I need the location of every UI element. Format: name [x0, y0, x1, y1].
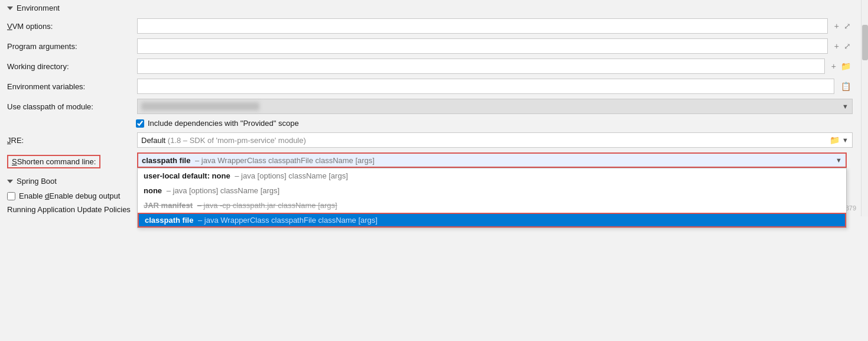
shorten-dropdown-arrow: ▼: [836, 157, 842, 164]
dropdown-item-classpath-file[interactable]: classpath file – java WrapperClass class…: [138, 213, 846, 228]
shorten-command-row: SShorten command line: classpath file – …: [0, 150, 860, 171]
program-args-label: Program arguments:: [7, 42, 137, 51]
jre-input-area: Default (1.8 – SDK of 'mom-pm-service' m…: [137, 132, 853, 148]
vm-options-expand-icon[interactable]: ⤢: [842, 20, 853, 32]
dropdown-item-user-local[interactable]: user-local default: none – java [options…: [138, 168, 846, 183]
shorten-selected-bold: classpath file: [142, 156, 190, 165]
program-args-input[interactable]: [137, 38, 828, 54]
working-dir-input-area: + 📁: [137, 59, 853, 74]
env-vars-input-area: 📋: [137, 79, 853, 94]
environment-collapse-icon[interactable]: [7, 7, 13, 10]
jre-value: Default (1.8 – SDK of 'mom-pm-service' m…: [141, 136, 306, 145]
classpath-module-row: Use classpath of module: ▼: [0, 96, 860, 116]
include-deps-label[interactable]: Include dependencies with "Provided" sco…: [148, 119, 299, 128]
module-blurred-value: [141, 102, 259, 111]
shorten-label-box: SShorten command line:: [7, 155, 100, 168]
dropdown-item-none[interactable]: none – java [options] className [args]: [138, 183, 846, 198]
classpath-module-dropdown-area: ▼: [137, 99, 853, 114]
program-args-expand-icon[interactable]: ⤢: [842, 40, 853, 52]
shorten-dropdown-container: classpath file – java WrapperClass class…: [137, 152, 847, 168]
scrollbar[interactable]: [861, 0, 868, 216]
environment-label: Environment: [17, 4, 60, 12]
shorten-selected-hint: – java WrapperClass classpathFile classN…: [195, 156, 375, 165]
environment-section-header: Environment: [0, 0, 860, 16]
vm-options-add-icon[interactable]: +: [833, 20, 841, 32]
jre-label: JRE:: [7, 136, 137, 145]
jre-dropdown-arrow: ▼: [842, 137, 849, 144]
classpath-module-label: Use classpath of module:: [7, 102, 137, 111]
working-dir-input[interactable]: [137, 59, 825, 74]
shorten-label-col: SShorten command line:: [7, 152, 137, 168]
classpath-module-dropdown-arrow: ▼: [842, 103, 849, 110]
vm-options-label: VVM options:: [7, 22, 137, 31]
working-dir-add-icon[interactable]: +: [830, 60, 838, 72]
include-deps-row: Include dependencies with "Provided" sco…: [0, 116, 860, 130]
classpath-module-dropdown[interactable]: ▼: [137, 99, 853, 114]
shorten-dropdown-popup: user-local default: none – java [options…: [137, 168, 847, 228]
spring-boot-label: Spring Boot: [17, 177, 57, 186]
program-args-add-icon[interactable]: +: [833, 40, 841, 52]
spring-boot-collapse-icon[interactable]: [7, 180, 13, 183]
env-vars-label: Environment variables:: [7, 82, 137, 91]
jre-browse-icon[interactable]: 📁: [830, 135, 840, 145]
env-vars-row: Environment variables: 📋: [0, 76, 860, 96]
working-dir-label: Working directory:: [7, 62, 137, 71]
vm-options-input-area: + ⤢: [137, 18, 853, 34]
jre-dropdown[interactable]: Default (1.8 – SDK of 'mom-pm-service' m…: [137, 132, 853, 148]
running-app-label: Running Application Update Policies: [7, 205, 131, 214]
working-dir-row: Working directory: + 📁: [0, 56, 860, 76]
working-dir-folder-icon[interactable]: 📁: [839, 60, 853, 72]
enable-debug-checkbox[interactable]: [7, 192, 15, 200]
env-vars-clipboard-icon[interactable]: 📋: [839, 80, 853, 92]
dropdown-item-jar-manifest[interactable]: JAR manifest – java -cp classpath.jar cl…: [138, 198, 846, 213]
scrollbar-thumb[interactable]: [862, 25, 868, 60]
env-vars-input[interactable]: [137, 79, 834, 94]
shorten-dropdown-selected[interactable]: classpath file – java WrapperClass class…: [137, 152, 847, 168]
enable-debug-label[interactable]: Enable dEnable debug output: [19, 191, 120, 200]
include-deps-checkbox[interactable]: [136, 119, 144, 128]
jre-row: JRE: Default (1.8 – SDK of 'mom-pm-servi…: [0, 130, 860, 150]
program-args-row: Program arguments: + ⤢: [0, 36, 860, 56]
vm-options-input[interactable]: [137, 18, 828, 34]
jre-hint: (1.8 – SDK of 'mom-pm-service' module): [168, 136, 306, 145]
program-args-input-area: + ⤢: [137, 38, 853, 54]
vm-options-row: VVM options: + ⤢: [0, 16, 860, 36]
